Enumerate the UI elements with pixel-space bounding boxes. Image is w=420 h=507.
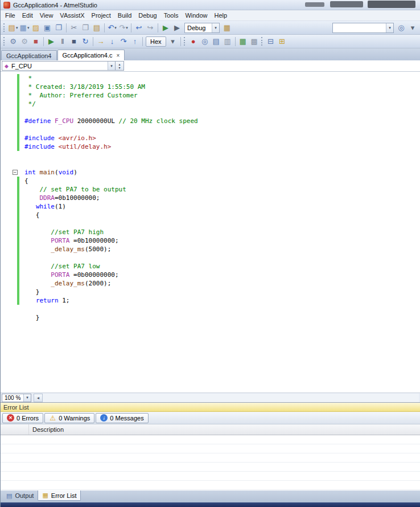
new-project-icon[interactable]: ▤▾ <box>7 22 19 34</box>
member-list-spinner[interactable]: ▴ ▾ <box>116 61 124 71</box>
menu-edit[interactable]: Edit <box>19 11 36 20</box>
code-line[interactable]: #define F_CPU 20000000UL // 20 MHz clock… <box>1 117 420 125</box>
save-icon[interactable]: ▣ <box>42 22 53 34</box>
io-view-icon[interactable]: ▦ <box>237 36 249 47</box>
icon-column-header[interactable] <box>1 424 29 435</box>
code-line[interactable]: * Created: 3/18/2019 1:55:50 AM <box>1 83 420 91</box>
registers-window-icon[interactable]: ▥ <box>222 36 233 47</box>
code-line[interactable]: // set PA7 to be output <box>1 185 420 194</box>
panel-tab-error-list[interactable]: ▦Error List <box>38 490 81 501</box>
code-line[interactable]: //set PA7 low <box>1 262 420 271</box>
menu-project[interactable]: Project <box>88 11 114 20</box>
build-solution-icon[interactable]: ⚙ <box>7 36 19 47</box>
menu-debug[interactable]: Debug <box>135 11 160 20</box>
memory-window-icon[interactable]: ▤ <box>211 36 222 47</box>
code-line[interactable]: _delay_ms(5000); <box>1 245 420 254</box>
solution-platforms-icon[interactable]: ▦ <box>221 22 233 34</box>
undo-icon[interactable]: ↶▾ <box>106 22 118 34</box>
chevron-down-icon[interactable]: ▾ <box>126 26 128 30</box>
code-line[interactable]: } <box>1 288 420 296</box>
code-line[interactable]: //set PA7 high <box>1 228 420 236</box>
start-debug-small-icon[interactable]: ▶ <box>46 36 57 47</box>
messages-filter-button[interactable]: i0 Messages <box>96 413 148 423</box>
menu-view[interactable]: View <box>36 11 57 20</box>
code-line[interactable]: { <box>1 177 420 185</box>
horizontal-scrollbar[interactable] <box>43 394 419 402</box>
break-all-icon[interactable]: ‖ <box>57 36 68 47</box>
step-over-icon[interactable]: ↷ <box>118 36 129 47</box>
code-editor[interactable]: * * Created: 3/18/2019 1:55:50 AM * Auth… <box>1 72 420 392</box>
start-without-debugging-icon[interactable]: ▶ <box>171 22 183 34</box>
error-grid-body[interactable] <box>1 435 420 490</box>
display-options-icon[interactable]: ▾ <box>167 36 179 47</box>
code-line[interactable] <box>1 305 420 313</box>
code-line[interactable]: } <box>1 313 420 322</box>
code-line[interactable] <box>1 219 420 228</box>
panel-tab-output[interactable]: ▤Output <box>2 490 38 501</box>
code-line[interactable]: PORTA =0b10000000; <box>1 236 420 245</box>
code-line[interactable]: return 1; <box>1 296 420 305</box>
code-line[interactable] <box>1 151 420 160</box>
toolbar-grip[interactable] <box>3 37 5 46</box>
code-line[interactable]: { <box>1 211 420 219</box>
code-line[interactable]: */ <box>1 100 420 108</box>
navigation-bar-field[interactable] <box>124 61 419 71</box>
menu-tools[interactable]: Tools <box>160 11 182 20</box>
navigate-forward-icon[interactable]: ↪ <box>145 22 156 34</box>
find-combo[interactable]: ▾ <box>332 23 394 33</box>
toolbar-grip[interactable] <box>3 23 5 32</box>
code-line[interactable]: * Author: Preferred Customer <box>1 91 420 100</box>
watch-window-icon[interactable]: ◎ <box>199 36 211 47</box>
step-into-icon[interactable]: ↓ <box>106 36 118 47</box>
code-line[interactable]: DDRA=0b10000000; <box>1 194 420 202</box>
code-line[interactable]: PORTA =0b00000000; <box>1 271 420 279</box>
zoom-combo[interactable]: 100 % ▾ <box>2 394 31 402</box>
code-line[interactable]: −int main(void) <box>1 168 420 177</box>
context-combo[interactable]: ◆ F_CPU ▾ <box>2 61 116 71</box>
tab-gccapplication4-c[interactable]: GccApplication4.c× <box>57 50 125 60</box>
copy-icon[interactable]: ❐ <box>80 22 91 34</box>
code-line[interactable]: _delay_ms(2000); <box>1 279 420 288</box>
add-new-item-icon[interactable]: ▦▾ <box>19 22 30 34</box>
description-column-header[interactable]: Description <box>29 426 64 433</box>
redo-icon[interactable]: ↷▾ <box>118 22 129 34</box>
close-icon[interactable]: × <box>117 52 120 59</box>
breakpoints-window-icon[interactable]: ● <box>188 36 199 47</box>
code-line[interactable] <box>1 108 420 117</box>
code-line[interactable] <box>1 125 420 134</box>
solution-explorer-icon[interactable]: ⊟ <box>265 36 277 47</box>
hex-display-button[interactable]: Hex <box>146 36 166 47</box>
menu-file[interactable]: File <box>2 11 19 20</box>
stop-debugging-icon[interactable]: ■ <box>68 36 80 47</box>
save-all-icon[interactable]: ❐ <box>53 22 64 34</box>
errors-filter-button[interactable]: ✕0 Errors <box>2 413 43 423</box>
chevron-down-icon[interactable]: ▾ <box>23 394 31 402</box>
chevron-down-icon[interactable]: ▾ <box>114 26 117 30</box>
tab-gccapplication4[interactable]: GccApplication4 <box>1 50 57 60</box>
spinner-down-icon[interactable]: ▾ <box>118 66 120 69</box>
code-line[interactable]: while(1) <box>1 202 420 211</box>
toolbox-icon[interactable]: ⊞ <box>277 36 288 47</box>
menu-window[interactable]: Window <box>182 11 211 20</box>
processor-view-icon[interactable]: ▩ <box>249 36 260 47</box>
toolbar-grip[interactable] <box>184 37 185 46</box>
code-line[interactable] <box>1 160 420 168</box>
chevron-down-icon[interactable]: ▾ <box>386 23 393 32</box>
open-file-icon[interactable]: ▨ <box>30 22 42 34</box>
find-icon[interactable]: ◎ <box>396 22 407 34</box>
rebuild-icon[interactable]: ⚙ <box>19 36 30 47</box>
code-line[interactable]: #include <avr/io.h> <box>1 134 420 142</box>
restart-icon[interactable]: ↻ <box>80 36 91 47</box>
cancel-build-icon[interactable]: ■ <box>30 36 42 47</box>
menu-build[interactable]: Build <box>114 11 135 20</box>
code-line[interactable]: * <box>1 74 420 83</box>
titlebar[interactable]: GccApplication4 - AtmelStudio <box>1 0 420 10</box>
navigate-backward-icon[interactable]: ↩ <box>133 22 145 34</box>
error-list-header[interactable]: Error List <box>1 402 420 412</box>
chevron-down-icon[interactable]: ▾ <box>27 26 30 30</box>
menu-help[interactable]: Help <box>211 11 231 20</box>
chevron-down-icon[interactable]: ▾ <box>108 62 115 70</box>
start-debugging-icon[interactable]: ▶ <box>160 22 171 34</box>
collapse-icon[interactable]: − <box>13 170 18 175</box>
chevron-down-icon[interactable]: ▾ <box>16 26 18 30</box>
